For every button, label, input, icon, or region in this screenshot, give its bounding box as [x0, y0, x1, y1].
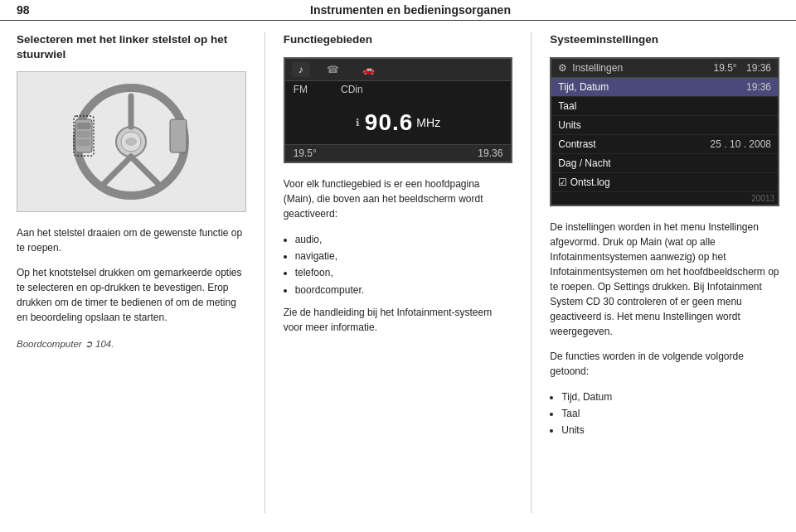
- header-temp: 19.5°: [713, 62, 736, 74]
- settings-label: Instellingen: [572, 62, 623, 74]
- col2-title: Functiegebieden: [284, 32, 513, 47]
- info-symbol: ℹ: [356, 117, 360, 128]
- svg-line-3: [102, 157, 131, 186]
- col3: Systeeminstellingen ⚙ Instellingen 19.5°…: [550, 32, 779, 513]
- sys-row-contrast[interactable]: Contrast 25 . 10 . 2008: [551, 135, 778, 154]
- sys-row-taal[interactable]: Taal: [551, 97, 778, 116]
- col2-footer: Zie de handleiding bij het Infotainment-…: [284, 305, 513, 338]
- bullet-tijd: Tijd, Datum: [561, 389, 779, 405]
- bottom-time: 19.36: [478, 148, 502, 159]
- page-title: Instrumenten en bedieningsorganen: [41, 3, 779, 17]
- col2: Functiegebieden ♪ ☎ 🚗 FM CDin ℹ 90.6 MHz…: [284, 32, 513, 513]
- music-icon[interactable]: ♪: [292, 62, 310, 77]
- col3-title: Systeeminstellingen: [550, 32, 779, 47]
- bullet-taal: Taal: [561, 405, 779, 422]
- col2-body: Voor elk functiegebied is er een hoofdpa…: [284, 177, 513, 225]
- col1-title: Selecteren met het linker stelstel op he…: [17, 32, 246, 61]
- bullet-phone: telefoon,: [295, 264, 513, 281]
- row-label-dag: Dag / Nacht: [558, 157, 610, 169]
- bullet-units: Units: [561, 422, 779, 438]
- bullet-audio: audio,: [295, 231, 513, 248]
- col3-body2: De functies worden in de volgende volgor…: [550, 349, 779, 382]
- col3-bullets: Tijd, Datum Taal Units: [561, 389, 779, 439]
- sys-row-ontst[interactable]: ☑ Ontst.log: [551, 173, 778, 192]
- cdin-source: CDin: [341, 84, 363, 95]
- sys-row-tijd[interactable]: Tijd, Datum 19:36: [551, 78, 778, 97]
- row-label-contrast: Contrast: [558, 138, 595, 150]
- unit-display: MHz: [416, 116, 440, 129]
- col1: Selecteren met het linker stelstel op he…: [17, 32, 246, 513]
- bottom-temp: 19.5°: [294, 148, 317, 159]
- phone-icon[interactable]: ☎: [320, 62, 346, 77]
- col2-bullets: audio, navigatie, telefoon, boordcompute…: [295, 231, 513, 299]
- col3-body1: De instellingen worden in het menu Inste…: [550, 220, 779, 342]
- svg-line-4: [131, 157, 160, 186]
- row-value-contrast: 25 . 10 . 2008: [711, 138, 771, 150]
- infotainment-screen: ♪ ☎ 🚗 FM CDin ℹ 90.6 MHz 19.5° 19.36: [284, 57, 513, 163]
- sys-row-dag[interactable]: Dag / Nacht: [551, 154, 778, 173]
- row-label-taal: Taal: [558, 100, 576, 112]
- car-icon[interactable]: 🚗: [356, 62, 381, 77]
- row-label-tijd: Tijd, Datum: [558, 81, 609, 93]
- sys-screen: ⚙ Instellingen 19.5° 19:36 Tijd, Datum 1…: [550, 57, 779, 206]
- svg-rect-7: [77, 131, 90, 138]
- header-time: 19:36: [746, 62, 771, 74]
- fm-source: FM: [294, 84, 308, 95]
- row-label-ontst: ☑ Ontst.log: [558, 177, 609, 188]
- page-number: 98: [17, 3, 41, 17]
- row-label-units: Units: [558, 119, 580, 131]
- col1-body2: Op het knotstelsel drukken om gemarkeerd…: [17, 265, 246, 328]
- svg-rect-6: [77, 123, 90, 129]
- col1-body1: Aan het stelstel draaien om de gewenste …: [17, 225, 246, 259]
- svg-rect-10: [170, 119, 187, 152]
- bullet-board: boordcomputer.: [295, 282, 513, 298]
- sys-row-units[interactable]: Units: [551, 116, 778, 135]
- col1-note: Boordcomputer ➲ 104.: [17, 338, 246, 350]
- page-header: 98 Instrumenten en bedieningsorganen: [0, 0, 796, 21]
- row-value-tijd: 19:36: [746, 81, 771, 93]
- steering-wheel-image: [17, 71, 246, 212]
- svg-point-12: [125, 138, 137, 146]
- screen-watermark: 20013: [551, 192, 778, 205]
- svg-rect-8: [77, 139, 90, 146]
- frequency-display: 90.6: [365, 109, 414, 136]
- bullet-nav: navigatie,: [295, 248, 513, 264]
- settings-icon: ⚙: [558, 62, 567, 74]
